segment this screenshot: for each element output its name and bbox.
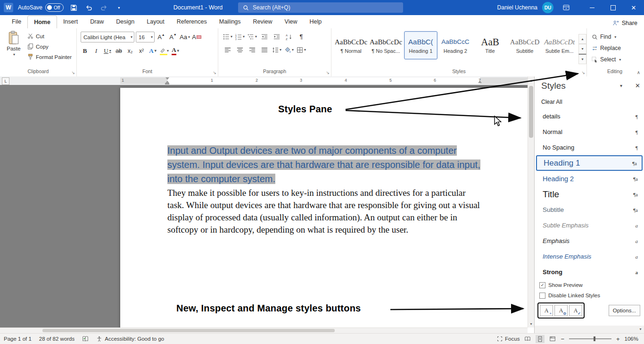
bullets-button[interactable]: ▾ <box>222 32 233 42</box>
align-center-button[interactable] <box>234 45 246 55</box>
shading-button[interactable]: ▾ <box>283 45 295 55</box>
zoom-slider[interactable] <box>569 338 611 339</box>
print-layout-button[interactable] <box>536 335 545 343</box>
ribbon-display-options-icon[interactable] <box>561 2 571 13</box>
paste-button[interactable]: Paste ▾ <box>3 31 25 61</box>
redo-icon[interactable] <box>99 2 109 13</box>
tab-references[interactable]: References <box>171 16 213 28</box>
font-color-button[interactable]: A▾ <box>170 46 181 56</box>
web-layout-button[interactable] <box>549 336 556 342</box>
tab-home[interactable]: Home <box>27 16 57 29</box>
find-button[interactable]: Find ▾ <box>592 32 643 42</box>
document-page[interactable]: Styles Pane Input and Output devices are… <box>120 88 528 327</box>
style-item-heading2[interactable]: Heading 2¶a <box>536 171 643 186</box>
style-item-normal[interactable]: Normal¶ <box>536 124 643 140</box>
scroll-up-icon[interactable]: ▴ <box>528 76 534 84</box>
strikethrough-button[interactable]: ab <box>114 46 124 56</box>
format-painter-button[interactable]: Format Painter <box>27 52 72 61</box>
style-item-no-spacing[interactable]: No Spacing¶ <box>536 140 643 155</box>
style-item-title[interactable]: Title¶a <box>536 186 643 202</box>
horizontal-scroll-thumb[interactable] <box>42 329 335 332</box>
zoom-out-button[interactable]: − <box>561 336 564 343</box>
style-tile-subtle-emphasis[interactable]: AaBbCcDt Subtle Em... <box>543 31 576 59</box>
align-left-button[interactable] <box>222 45 233 55</box>
user-avatar[interactable]: DU <box>542 2 553 13</box>
close-button[interactable]: ✕ <box>623 0 644 15</box>
increase-indent-button[interactable] <box>271 32 282 42</box>
customize-quick-access-icon[interactable]: ▾ <box>114 2 124 13</box>
font-dialog-launcher-icon[interactable]: ↘ <box>213 70 216 75</box>
show-preview-checkbox[interactable]: ✓ Show Preview <box>535 280 644 290</box>
manage-styles-button[interactable]: A✓ <box>569 305 582 316</box>
minimize-button[interactable] <box>582 0 603 15</box>
subscript-button[interactable]: x₂ <box>125 46 135 56</box>
style-item-strong[interactable]: Stronga <box>536 264 643 280</box>
show-paragraph-marks-button[interactable]: ¶ <box>296 32 307 42</box>
tab-view[interactable]: View <box>279 16 304 28</box>
vertical-scroll-thumb[interactable] <box>529 86 533 138</box>
style-item-subtitle[interactable]: Subtitle¶a <box>536 202 643 218</box>
style-item-details[interactable]: details¶ <box>536 109 643 124</box>
select-button[interactable]: Select ▾ <box>592 55 643 64</box>
zoom-in-button[interactable]: + <box>616 336 620 343</box>
borders-button[interactable]: ▾ <box>296 45 307 55</box>
text-effects-button[interactable]: A▾ <box>148 46 158 56</box>
search-box[interactable]: Search (Alt+Q) <box>238 2 403 13</box>
tab-layout[interactable]: Layout <box>140 16 171 28</box>
document-horizontal-scrollbar[interactable] <box>0 327 528 333</box>
paragraph-dialog-launcher-icon[interactable]: ↘ <box>326 70 330 75</box>
accessibility-status[interactable]: Accessibility: Good to go <box>96 336 164 342</box>
align-right-button[interactable] <box>247 45 258 55</box>
horizontal-ruler[interactable]: L 1 1 2 3 4 5 6 7 <box>0 76 528 85</box>
zoom-percentage[interactable]: 106% <box>625 336 638 342</box>
bold-button[interactable]: B <box>80 46 90 56</box>
tab-file[interactable]: File <box>6 16 27 28</box>
document-heading-paragraph[interactable]: Input and Output devices are two of majo… <box>167 143 482 186</box>
tab-help[interactable]: Help <box>303 16 328 28</box>
options-button[interactable]: Options... <box>609 305 640 316</box>
style-item-subtle-emphasis[interactable]: Subtle Emphasisa <box>536 218 643 233</box>
document-vertical-scrollbar[interactable]: ▴ ▾ <box>528 76 534 327</box>
style-tile-subtitle[interactable]: AaBbCcD Subtitle <box>508 31 542 59</box>
scroll-down-icon[interactable]: ▾ <box>528 320 534 327</box>
cut-button[interactable]: Cut <box>27 32 72 41</box>
numbering-button[interactable]: 123▾ <box>234 32 246 42</box>
shrink-font-button[interactable]: A▼ <box>168 32 178 42</box>
gallery-more-icon[interactable]: ▾ <box>578 54 586 64</box>
style-tile-heading1[interactable]: AaBbC( Heading 1 <box>404 31 438 59</box>
style-item-emphasis[interactable]: Emphasisa <box>536 233 643 249</box>
first-line-indent-marker[interactable] <box>165 77 169 80</box>
styles-pane-close-icon[interactable]: ✕ <box>635 82 640 89</box>
clear-formatting-button[interactable]: A <box>191 32 202 42</box>
justify-button[interactable] <box>259 45 270 55</box>
tab-stop-selector[interactable]: L <box>2 77 9 85</box>
decrease-indent-button[interactable] <box>259 32 270 42</box>
style-inspector-button[interactable]: A⊙ <box>554 305 568 316</box>
style-tile-heading2[interactable]: AaBbCcC Heading 2 <box>439 31 472 59</box>
selected-text[interactable]: Input and Output devices are two of majo… <box>167 145 480 184</box>
document-body-paragraph[interactable]: They make it possible for users to key-i… <box>167 187 483 236</box>
tab-mailings[interactable]: Mailings <box>213 16 247 28</box>
tab-design[interactable]: Design <box>110 16 140 28</box>
style-tile-no-spacing[interactable]: AaBbCcDc ¶ No Spac... <box>369 31 403 59</box>
highlight-button[interactable]: ▾ <box>159 46 169 56</box>
line-spacing-button[interactable]: ▾ <box>271 45 282 55</box>
styles-pane-menu-icon[interactable]: ▾ <box>620 83 622 88</box>
undo-icon[interactable] <box>83 2 94 13</box>
gallery-scroll-down-icon[interactable]: ▾ <box>578 44 586 54</box>
autosave-toggle[interactable]: AutoSave Off <box>18 3 64 12</box>
tab-insert[interactable]: Insert <box>57 16 84 28</box>
italic-button[interactable]: I <box>91 46 101 56</box>
focus-mode-button[interactable]: Focus <box>497 336 520 342</box>
underline-button[interactable]: U▾ <box>102 46 113 56</box>
share-button[interactable]: Share <box>612 20 637 26</box>
multilevel-list-button[interactable]: ▾ <box>247 32 258 42</box>
styles-dialog-launcher-icon[interactable]: ↘ <box>581 70 585 75</box>
style-tile-title[interactable]: AaB Title <box>473 31 507 59</box>
tab-review[interactable]: Review <box>247 16 279 28</box>
font-name-combobox[interactable]: Calibri Light (Hea ▾ <box>81 32 134 42</box>
replace-button[interactable]: Replace <box>592 43 643 53</box>
style-tile-normal[interactable]: AaBbCcDc ¶ Normal <box>334 31 368 59</box>
left-indent-box-marker[interactable] <box>165 83 169 84</box>
style-item-heading1-selected[interactable]: Heading 1¶a <box>536 155 643 171</box>
